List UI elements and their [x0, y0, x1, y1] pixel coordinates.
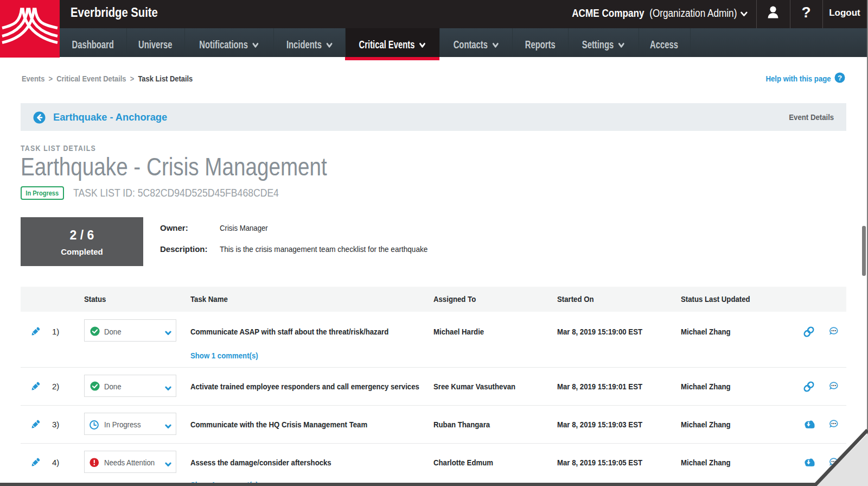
svg-text:?: ? [838, 74, 842, 82]
